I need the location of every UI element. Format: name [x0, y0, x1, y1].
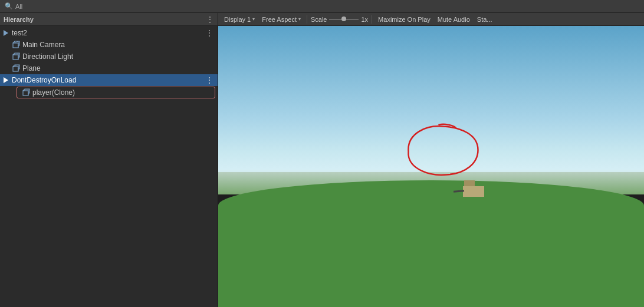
hierarchy-menu-button[interactable]: ⋮	[206, 15, 214, 24]
tree-item-test2[interactable]: test2 ⋮	[0, 27, 218, 39]
stats-button[interactable]: Sta...	[475, 14, 495, 25]
tree-item-label: DontDestroyOnLoad	[12, 76, 76, 84]
svg-rect-9	[23, 91, 28, 95]
scale-label: Scale	[311, 16, 327, 23]
search-icon: 🔍	[5, 2, 13, 10]
tree-item-dontdestroy[interactable]: DontDestroyOnLoad ⋮	[0, 74, 218, 86]
item-context-button[interactable]: ⋮	[205, 75, 214, 85]
tree-item-label: Main Camera	[22, 41, 65, 49]
scale-value: 1x	[361, 16, 368, 23]
player-arm	[454, 190, 464, 193]
scale-slider-thumb	[341, 16, 346, 21]
maximize-label: Maximize On Play	[378, 16, 431, 23]
player-body	[463, 186, 484, 197]
mute-label: Mute Audio	[438, 16, 470, 23]
top-search-bar: 🔍 All	[0, 0, 644, 13]
mute-audio-button[interactable]: Mute Audio	[435, 14, 472, 25]
tree-item-plane[interactable]: Plane	[0, 62, 218, 74]
cube-icon	[12, 52, 20, 61]
display-label: Display 1	[224, 16, 251, 23]
hierarchy-panel: Hierarchy ⋮ test2 ⋮ Main Camera	[0, 13, 218, 307]
tree-item-label: player(Clone)	[32, 88, 75, 97]
stats-label: Sta...	[477, 16, 492, 23]
cube-icon	[22, 88, 30, 97]
aspect-dropdown-arrow: ▾	[298, 16, 301, 22]
hierarchy-header: Hierarchy ⋮	[0, 13, 218, 26]
game-panel: Display 1 ▾ Free Aspect ▾ Scale 1x Maxim…	[218, 13, 644, 307]
aspect-dropdown[interactable]: Free Aspect ▾	[259, 14, 303, 25]
svg-rect-3	[13, 55, 18, 60]
main-content: Hierarchy ⋮ test2 ⋮ Main Camera	[0, 13, 644, 307]
scale-slider[interactable]	[329, 19, 359, 20]
item-context-button[interactable]: ⋮	[205, 28, 214, 38]
game-canvas	[218, 26, 644, 307]
tree-item-directional-light[interactable]: Directional Light	[0, 51, 218, 62]
scene-expand-icon	[4, 77, 8, 83]
hierarchy-title: Hierarchy	[4, 16, 34, 23]
svg-rect-0	[13, 43, 18, 48]
sky-background	[218, 26, 644, 194]
tree-item-label: Plane	[22, 64, 41, 72]
ground	[218, 180, 644, 307]
search-all-label: All	[15, 3, 22, 10]
tree-item-main-camera[interactable]: Main Camera	[0, 39, 218, 51]
aspect-label: Free Aspect	[262, 16, 297, 23]
maximize-on-play-button[interactable]: Maximize On Play	[376, 14, 433, 25]
tree-item-label: Directional Light	[22, 52, 73, 61]
game-toolbar: Display 1 ▾ Free Aspect ▾ Scale 1x Maxim…	[218, 13, 644, 26]
cube-icon	[12, 64, 20, 72]
tree-item-label: test2	[12, 29, 27, 37]
display-dropdown[interactable]: Display 1 ▾	[222, 14, 257, 25]
scale-control: Scale 1x	[311, 16, 368, 23]
toolbar-separator-1	[307, 15, 307, 24]
toolbar-separator-2	[372, 15, 372, 24]
scene-expand-icon	[4, 30, 8, 36]
cube-icon	[12, 41, 20, 49]
svg-rect-6	[13, 67, 18, 71]
display-dropdown-arrow: ▾	[252, 16, 255, 22]
tree-item-player-clone[interactable]: player(Clone)	[17, 87, 215, 98]
hierarchy-body: test2 ⋮ Main Camera	[0, 26, 218, 307]
player-object	[463, 186, 484, 197]
